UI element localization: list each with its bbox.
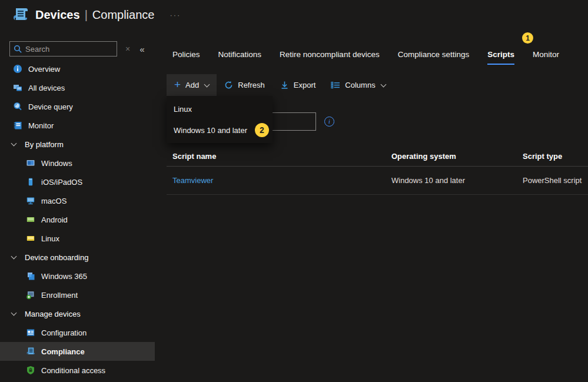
sidebar-item-windows-365[interactable]: Windows 365 [0,267,155,285]
sidebar-item-device-query[interactable]: Device query [0,97,155,116]
tab-notifications[interactable]: Notifications [218,47,262,65]
menu-item-label: Windows 10 and later [174,126,247,135]
sidebar-item-label: Windows 365 [41,272,87,281]
table-row[interactable]: Teamviewer Windows 10 and later PowerShe… [167,167,588,195]
add-button-label: Add [185,81,199,89]
devices-icon [13,83,22,92]
menu-item-linux[interactable]: Linux [167,98,273,119]
scripts-table: Script name Operating system Script type… [167,146,588,195]
sidebar-nav: Overview All devices Device query [0,59,155,380]
monitor-notebook-icon [13,121,22,130]
page-title-secondary: Compliance [92,8,155,22]
ios-icon [26,177,35,187]
sidebar-item-overview[interactable]: Overview [0,59,155,78]
columns-button[interactable]: Columns [323,74,393,96]
toolbar: + Add Refresh Export [155,74,588,96]
table-header-row: Script name Operating system Script type [167,146,588,167]
sidebar-item-label: Configuration [41,328,87,337]
column-header-script-type[interactable]: Script type [523,152,588,161]
sidebar-item-ios-ipados[interactable]: iOS/iPadOS [0,172,155,191]
compliance-scroll-icon [12,6,29,23]
sidebar-item-label: iOS/iPadOS [41,178,82,187]
search-icon [14,45,22,54]
column-header-script-name[interactable]: Script name [167,152,391,161]
chevron-down-icon [11,253,17,259]
cell-script-type: PowerShell script [523,176,588,185]
tab-retire-noncompliant-devices[interactable]: Retire noncompliant devices [280,47,380,65]
columns-icon [331,81,340,89]
main-content: Policies Notifications Retire noncomplia… [155,29,588,382]
app-header: Devices | Compliance ··· [0,0,588,29]
plus-icon: + [174,79,181,90]
sidebar-item-compliance[interactable]: Compliance [0,342,155,361]
windows365-icon [26,271,35,281]
refresh-button[interactable]: Refresh [217,74,273,96]
sidebar-group-label: By platform [25,140,64,149]
add-dropdown-menu: Linux Windows 10 and later 2 [167,96,273,143]
sidebar-item-all-devices[interactable]: All devices [0,78,155,97]
compliance-scroll-icon [26,347,35,356]
column-header-operating-system[interactable]: Operating system [391,152,523,161]
sidebar-item-monitor[interactable]: Monitor [0,116,155,135]
macos-icon [26,196,35,205]
linux-icon [26,234,35,243]
sidebar-item-label: Enrollment [41,291,78,300]
sidebar-item-windows[interactable]: Windows [0,154,155,172]
sidebar-item-macos[interactable]: macOS [0,191,155,210]
chevron-down-icon [380,81,386,87]
sidebar-item-label: Monitor [28,121,54,130]
export-button[interactable]: Export [273,74,324,96]
page-title-primary: Devices [35,8,80,22]
tab-bar: Policies Notifications Retire noncomplia… [155,47,588,65]
columns-button-label: Columns [345,81,375,89]
sidebar-item-label: Android [41,215,68,224]
sidebar-item-linux[interactable]: Linux [0,229,155,248]
sidebar-group-label: Manage devices [25,310,81,318]
tab-scripts[interactable]: Scripts [487,47,514,65]
tab-policies[interactable]: Policies [172,47,200,65]
chevron-down-icon [204,81,210,87]
sidebar-group-manage-devices[interactable]: Manage devices [0,304,155,323]
menu-item-label: Linux [174,105,192,114]
sidebar-group-label: Device onboarding [25,253,88,262]
menu-item-windows-10-and-later[interactable]: Windows 10 and later 2 [167,119,273,141]
header-overflow-menu[interactable]: ··· [170,11,181,19]
android-icon [26,215,35,224]
info-icon[interactable]: i [324,117,334,127]
sidebar-search-input[interactable] [10,42,117,56]
sidebar-search-row: × « [9,41,150,57]
sidebar-item-label: Linux [41,234,59,243]
sidebar-item-enrollment[interactable]: Enrollment [0,285,155,304]
cell-operating-system: Windows 10 and later [391,176,523,185]
add-button[interactable]: + Add [167,74,217,96]
sidebar-item-android[interactable]: Android [0,210,155,229]
tab-monitor[interactable]: Monitor [533,47,559,65]
sidebar-item-label: Conditional access [41,366,105,375]
sidebar-group-device-onboarding[interactable]: Device onboarding [0,248,155,267]
export-button-label: Export [294,81,316,89]
sidebar-item-label: All devices [28,84,65,92]
sidebar: × « Overview All devices [0,29,155,382]
app-root: Devices | Compliance ··· × « [0,0,588,382]
configuration-icon [26,328,35,337]
sidebar-collapse-icon[interactable]: « [139,44,144,54]
search-clear-icon[interactable]: × [125,44,130,54]
annotation-badge-1: 1 [522,32,533,44]
info-icon [13,64,22,74]
refresh-icon [224,81,233,89]
sidebar-item-label: Device query [28,102,73,111]
page-title-separator: | [85,8,88,22]
sidebar-item-label: macOS [41,197,67,205]
tab-compliance-settings[interactable]: Compliance settings [398,47,470,65]
chevron-down-icon [11,310,17,315]
sidebar-item-configuration[interactable]: Configuration [0,323,155,342]
conditional-access-icon [26,366,35,375]
sidebar-item-label: Overview [28,65,60,74]
script-name-link[interactable]: Teamviewer [172,176,213,185]
refresh-button-label: Refresh [238,81,265,89]
sidebar-group-by-platform[interactable]: By platform [0,135,155,154]
device-query-icon [13,102,22,111]
sidebar-search-box[interactable] [9,41,117,57]
sidebar-item-label: Compliance [41,347,85,356]
sidebar-item-conditional-access[interactable]: Conditional access [0,361,155,380]
